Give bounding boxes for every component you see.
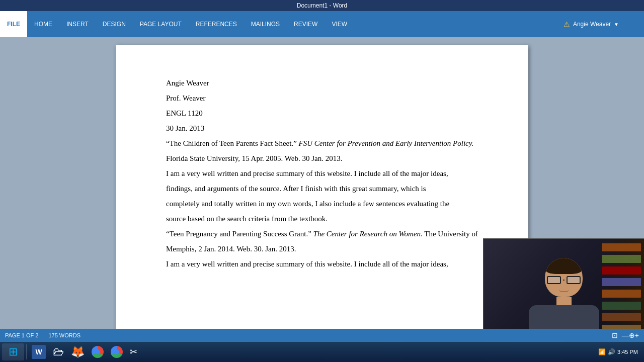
page-indicator: PAGE 1 OF 2 (5, 332, 38, 338)
tab-design[interactable]: DESIGN (96, 11, 133, 37)
title-bar: Document1 - Word (0, 0, 644, 11)
tab-mailings[interactable]: MAILINGS (244, 11, 287, 37)
word-count: 175 WORDS (48, 332, 80, 338)
citation1-italic: FSU Center for Prevention and Early Inte… (299, 139, 474, 147)
user-warning-icon: ⚠ (564, 20, 570, 28)
tab-insert[interactable]: INSERT (59, 11, 96, 37)
system-tray: 📶 🔊 3:45 PM (598, 348, 642, 355)
tab-file[interactable]: FILE (0, 11, 27, 37)
tab-home[interactable]: HOME (27, 11, 59, 37)
paragraph2-line1: I am a very well written and precise sum… (166, 256, 478, 272)
citation1-post: Florida State University, 15 Apr. 2005. … (166, 154, 342, 162)
person-in-webcam (529, 258, 599, 340)
tab-review[interactable]: REVIEW (287, 11, 325, 37)
chrome-icon-2 (111, 346, 123, 358)
layout-icon[interactable]: ⊡ (612, 331, 618, 339)
paragraph1-line4: source based on the search criteria from… (166, 211, 478, 226)
citation1: “The Children of Teen Parents Fact Sheet… (166, 136, 478, 166)
chrome-icon-1 (92, 346, 104, 358)
firefox-icon: 🦊 (71, 345, 85, 358)
taskbar-chrome-2[interactable] (108, 343, 126, 360)
status-right: ⊡ —⊕+ (612, 331, 639, 339)
folder-icon: 🗁 (53, 345, 64, 358)
taskbar-chrome-1[interactable] (89, 343, 107, 360)
paragraph1-line1: I am a very well written and precise sum… (166, 166, 478, 181)
prof-line: Prof. Weaver (166, 90, 478, 106)
taskbar-word[interactable]: W (29, 343, 49, 360)
username: Angie Weaver (573, 21, 611, 28)
tab-page-layout[interactable]: PAGE LAYOUT (133, 11, 189, 37)
speaker-icon: 🔊 (608, 348, 615, 355)
time-display: 3:45 PM (617, 349, 638, 355)
windows-logo-icon: ⊞ (9, 345, 18, 358)
zoom-controls[interactable]: —⊕+ (622, 331, 639, 339)
taskbar-folder[interactable]: 🗁 (50, 343, 67, 360)
citation1-pre: “The Children of Teen Parents Fact Sheet… (166, 139, 299, 147)
title-text: Document1 - Word (297, 2, 347, 9)
paragraph1-line3: completely and totally written in my own… (166, 196, 478, 211)
author-line: Angie Weaver (166, 75, 478, 90)
user-area: ⚠ Angie Weaver ▼ (564, 11, 644, 37)
taskbar-firefox[interactable]: 🦊 (68, 343, 88, 360)
user-chevron[interactable]: ▼ (614, 22, 619, 27)
windows-taskbar: ⊞ W 🗁 🦊 ✂ 📶 🔊 3:45 PM (0, 342, 644, 362)
paragraph1-line2: findings, and arguments of the source. A… (166, 181, 478, 196)
person-glasses (547, 276, 581, 284)
citation2: “Teen Pregnancy and Parenting Success Gr… (166, 226, 478, 256)
course-line: ENGL 1120 (166, 106, 478, 121)
word-icon: W (32, 345, 46, 359)
taskbar-separator-1 (26, 344, 27, 359)
start-button[interactable]: ⊞ (2, 343, 24, 360)
citation2-italic: The Center for Research on Women. (313, 230, 423, 238)
tab-references[interactable]: REFERENCES (189, 11, 244, 37)
person-head (545, 258, 583, 297)
snip-icon: ✂ (130, 346, 137, 357)
citation2-pre: “Teen Pregnancy and Parenting Success Gr… (166, 230, 313, 238)
network-icon: 📶 (598, 348, 606, 355)
tab-view[interactable]: VIEW (325, 11, 354, 37)
taskbar-snip[interactable]: ✂ (127, 343, 140, 360)
clock: 3:45 PM (617, 349, 638, 355)
ribbon: FILE HOME INSERT DESIGN PAGE LAYOUT REFE… (0, 11, 644, 37)
document-page[interactable]: Angie Weaver Prof. Weaver ENGL 1120 30 J… (116, 45, 528, 349)
status-bar: PAGE 1 OF 2 175 WORDS ⊡ —⊕+ (0, 329, 644, 342)
date-line: 30 Jan. 2013 (166, 121, 478, 136)
